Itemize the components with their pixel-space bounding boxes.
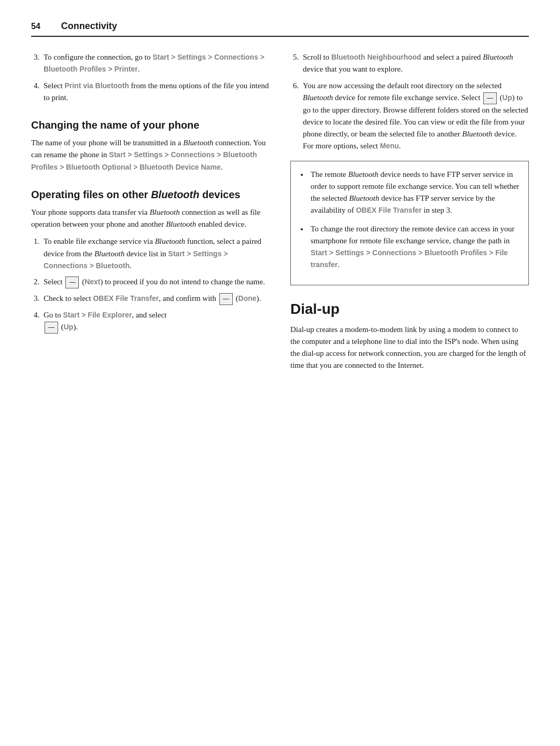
file-explorer-label: Start > File Explorer — [63, 311, 132, 319]
up-label-left: Up — [64, 323, 74, 331]
next-icon: — — [65, 277, 79, 288]
done-icon: — — [219, 293, 233, 305]
list-item: Check to select OBEX File Transfer, and … — [41, 293, 270, 305]
right-column: Scroll to Bluetooth Neighbourhood and se… — [290, 51, 529, 377]
section-heading-files: Operating files on other Bluetooth devic… — [31, 188, 270, 201]
intro-list: To configure the connection, go to Start… — [41, 51, 270, 104]
dialup-heading: Dial-up — [290, 301, 529, 317]
note-item: The remote Bluetooth device needs to hav… — [309, 169, 520, 217]
menu-label: Menu — [380, 142, 399, 150]
dialup-body: Dial-up creates a modem-to-modem link by… — [290, 324, 529, 372]
up-icon-right: — — [483, 92, 497, 104]
bluetooth-italic8: Bluetooth — [462, 130, 492, 138]
list-item: Select Print via Bluetooth from the menu… — [41, 80, 270, 104]
list-item: Select — (Next) to proceed if you do not… — [41, 276, 270, 288]
files-list: To enable file exchange service via Blue… — [41, 236, 270, 334]
bluetooth-italic4: Bluetooth — [155, 237, 185, 245]
up-icon-left: — — [45, 322, 58, 334]
obex-label2: OBEX File Transfer — [356, 206, 422, 214]
note-list: The remote Bluetooth device needs to hav… — [309, 169, 520, 271]
done-label: Done — [239, 294, 257, 302]
left-column: To configure the connection, go to Start… — [31, 51, 270, 377]
bluetooth-italic3: Bluetooth — [166, 220, 196, 228]
bluetooth-italic10: Bluetooth — [349, 194, 379, 202]
page-number: 54 — [31, 22, 40, 31]
note-box: The remote Bluetooth device needs to hav… — [290, 161, 529, 285]
obex-label: OBEX File Transfer — [93, 294, 159, 302]
up-label-right: Up — [502, 93, 512, 102]
bluetooth-italic9: Bluetooth — [348, 170, 378, 178]
nav-path: Start > Settings > Connections > Bluetoo… — [44, 53, 264, 73]
two-column-layout: To configure the connection, go to Start… — [31, 51, 529, 377]
page: 54 Connectivity To configure the connect… — [0, 0, 560, 746]
list-item: To enable file exchange service via Blue… — [41, 236, 270, 272]
bluetooth-title-italic: Bluetooth — [151, 189, 199, 200]
menu-option: Print via Bluetooth — [64, 81, 129, 90]
nav-path-dialup: Start > Settings > Connections > Bluetoo… — [311, 248, 508, 269]
bluetooth-italic7: Bluetooth — [303, 93, 333, 102]
bluetooth-italic2: Bluetooth — [149, 208, 179, 216]
list-item: You are now accessing the default root d… — [301, 80, 529, 153]
bluetooth-italic: Bluetooth — [183, 139, 213, 147]
bt-neighbourhood-label: Bluetooth Neighbourhood — [331, 53, 421, 61]
note-item: To change the root directory the remote … — [309, 223, 520, 271]
nav-path-rename: Start > Settings > Connections > Bluetoo… — [31, 150, 257, 171]
right-list: Scroll to Bluetooth Neighbourhood and se… — [301, 51, 529, 153]
list-item: Go to Start > File Explorer, and select … — [41, 309, 270, 334]
nav-path-bt: Start > Settings > Connections > Bluetoo… — [44, 250, 228, 270]
next-label: Next — [85, 278, 100, 286]
section-heading-rename: Changing the name of your phone — [31, 118, 270, 132]
section-body-files: Your phone supports data transfer via Bl… — [31, 206, 270, 231]
bluetooth-italic6: Bluetooth — [483, 53, 513, 61]
bluetooth-italic5: Bluetooth — [94, 250, 124, 258]
list-item: To configure the connection, go to Start… — [41, 51, 270, 76]
section-body-rename: The name of your phone will be transmitt… — [31, 137, 270, 173]
list-item: Scroll to Bluetooth Neighbourhood and se… — [301, 51, 529, 76]
page-header: 54 Connectivity — [31, 21, 529, 37]
chapter-title: Connectivity — [61, 21, 117, 32]
